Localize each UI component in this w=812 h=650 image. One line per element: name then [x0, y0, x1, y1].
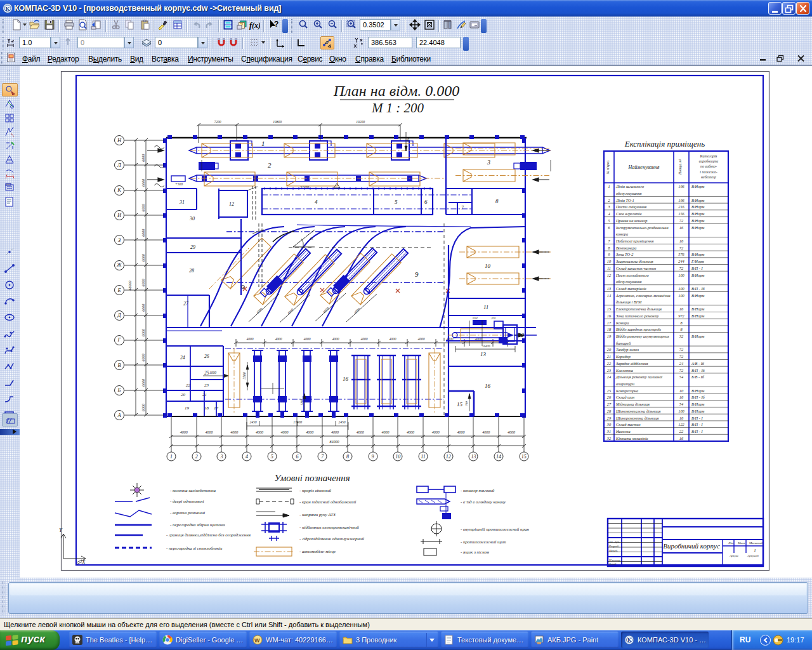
svg-text:Тамбур-шлюз: Тамбур-шлюз	[616, 347, 639, 352]
svg-text:Комора: Комора	[615, 321, 629, 325]
svg-text:В/Норм: В/Норм	[691, 334, 704, 338]
svg-text:12: 12	[446, 454, 451, 460]
svg-text:12: 12	[607, 273, 612, 277]
svg-text:В/Норм: В/Норм	[691, 225, 704, 230]
svg-text:16: 16	[679, 225, 684, 230]
svg-text:М 1 : 200: М 1 : 200	[371, 100, 424, 116]
svg-text:- кран підвісний однобалковий: - кран підвісний однобалковий	[299, 500, 357, 505]
svg-text:+500: +500	[175, 182, 183, 186]
svg-text:В/П - Іб: В/П - Іб	[691, 395, 705, 399]
svg-text:100: 100	[678, 293, 684, 298]
svg-text:В/Норм: В/Норм	[691, 402, 704, 406]
svg-text:3500: 3500	[242, 372, 246, 380]
svg-text:Кімната механіків: Кімната механіків	[615, 436, 648, 441]
svg-text:19200: 19200	[356, 120, 365, 124]
svg-text:Шиномонтажна дільниця: Шиномонтажна дільниця	[615, 409, 660, 413]
svg-text:Пост поглибленого: Пост поглибленого	[615, 273, 649, 277]
svg-text:16: 16	[679, 239, 684, 243]
svg-text:24: 24	[607, 375, 611, 379]
svg-text:4000: 4000	[332, 337, 339, 341]
svg-text:А/В - Іб: А/В - Іб	[691, 361, 705, 366]
svg-text:В/Норм: В/Норм	[691, 388, 704, 393]
svg-text:84000: 84000	[330, 440, 339, 444]
svg-text:4000: 4000	[357, 430, 364, 434]
svg-text:А: А	[117, 412, 121, 418]
svg-text:48000: 48000	[128, 281, 132, 291]
svg-text:Склад запасних частин: Склад запасних частин	[616, 266, 656, 270]
svg-text:23: 23	[607, 368, 611, 373]
svg-text:25: 25	[607, 388, 611, 393]
svg-text:2450: 2450	[339, 420, 346, 424]
svg-text:виробництв: виробництв	[699, 159, 719, 163]
svg-text:16: 16	[679, 395, 684, 399]
svg-text:72: 72	[679, 347, 684, 352]
svg-text:4000: 4000	[206, 430, 213, 434]
svg-text:1280: 1280	[300, 399, 303, 406]
svg-text:В/Норм: В/Норм	[691, 307, 704, 311]
svg-text:72: 72	[679, 218, 684, 223]
svg-text:Кислотна: Кислотна	[615, 368, 633, 373]
svg-text:6: 6	[296, 454, 299, 460]
svg-text:- перегородка зі стеклоблоків: - перегородка зі стеклоблоків	[166, 546, 222, 551]
svg-text:Мідницька дільниця: Мідницька дільниця	[615, 402, 650, 406]
svg-text:небезпеці: небезпеці	[701, 175, 716, 179]
svg-text:Масштаб: Масштаб	[749, 541, 763, 545]
svg-text:- проріз віконний: - проріз віконний	[299, 488, 331, 493]
svg-text:196: 196	[678, 184, 684, 189]
svg-text:4000: 4000	[508, 430, 515, 434]
svg-text:Лінія ТО-1: Лінія ТО-1	[615, 198, 634, 202]
svg-text:31: 31	[179, 199, 185, 205]
svg-text:24: 24	[180, 355, 185, 361]
svg-text:6000: 6000	[141, 254, 145, 262]
svg-text:54: 54	[679, 402, 683, 406]
svg-text:апаратури: апаратури	[616, 381, 634, 386]
svg-text:4000: 4000	[457, 430, 465, 434]
svg-text:27: 27	[183, 301, 189, 307]
svg-text:Зварювальна дільниця: Зварювальна дільниця	[616, 259, 653, 263]
svg-text:Правка на конвеєр: Правка на конвеєр	[615, 218, 647, 223]
svg-text:Затб.: Затб.	[609, 562, 617, 566]
svg-text:3: 3	[607, 204, 610, 209]
svg-text:19: 19	[607, 334, 612, 338]
svg-text:3: 3	[219, 454, 223, 460]
svg-text:6: 6	[424, 199, 428, 205]
svg-text:16: 16	[679, 307, 684, 311]
svg-text:В/П - І: В/П - І	[691, 422, 703, 427]
svg-text:В/П - І: В/П - І	[691, 266, 703, 270]
svg-text:10: 10	[395, 454, 400, 460]
svg-text:Агрегатно, слюсарно-механічна: Агрегатно, слюсарно-механічна	[615, 293, 671, 298]
svg-text:54: 54	[679, 375, 683, 379]
svg-text:216: 216	[678, 204, 684, 209]
svg-text:Електротехнічна дільниця: Електротехнічна дільниця	[615, 307, 662, 311]
svg-text:16: 16	[485, 383, 491, 389]
svg-text:Площа, м²: Площа, м²	[678, 159, 682, 175]
svg-text:6000: 6000	[141, 304, 145, 312]
svg-text:В: В	[117, 362, 121, 368]
svg-text:4000: 4000	[230, 430, 238, 434]
svg-text:6000: 6000	[141, 179, 145, 187]
svg-text:Дільниця ремонту паливної: Дільниця ремонту паливної	[615, 375, 662, 379]
svg-text:- автомобіле-місце: - автомобіле-місце	[299, 549, 336, 554]
svg-text:і пожежо-: і пожежо-	[700, 170, 717, 174]
svg-text:22: 22	[679, 429, 684, 434]
svg-text:обслуговування: обслуговування	[616, 279, 642, 284]
svg-text:тс: тс	[406, 137, 410, 142]
svg-text:5: 5	[608, 218, 610, 223]
svg-text:K: K	[627, 637, 632, 643]
svg-text:№ п/крес.: № п/крес.	[606, 160, 610, 175]
svg-text:Умовні позначення: Умовні позначення	[274, 473, 350, 483]
svg-text:Побутові приміщення: Побутові приміщення	[615, 239, 653, 243]
svg-text:Зарядне відділення: Зарядне відділення	[616, 361, 648, 366]
svg-text:16: 16	[607, 314, 612, 318]
svg-text:4000: 4000	[361, 337, 368, 341]
svg-text:В/Норм: В/Норм	[691, 218, 704, 223]
svg-text:4000: 4000	[418, 337, 425, 341]
svg-text:6000: 6000	[141, 379, 145, 387]
svg-text:- в`їзд в оглядову канаву: - в`їзд в оглядову канаву	[461, 500, 506, 505]
svg-text:Експлікація приміщень: Експлікація приміщень	[624, 139, 705, 149]
svg-text:Виробничий корпус: Виробничий корпус	[663, 542, 720, 550]
svg-text:В/Норм: В/Норм	[691, 409, 704, 413]
svg-text:Ж: Ж	[116, 262, 122, 268]
svg-text:10470: 10470	[482, 345, 490, 348]
svg-text:X: X	[81, 559, 86, 565]
